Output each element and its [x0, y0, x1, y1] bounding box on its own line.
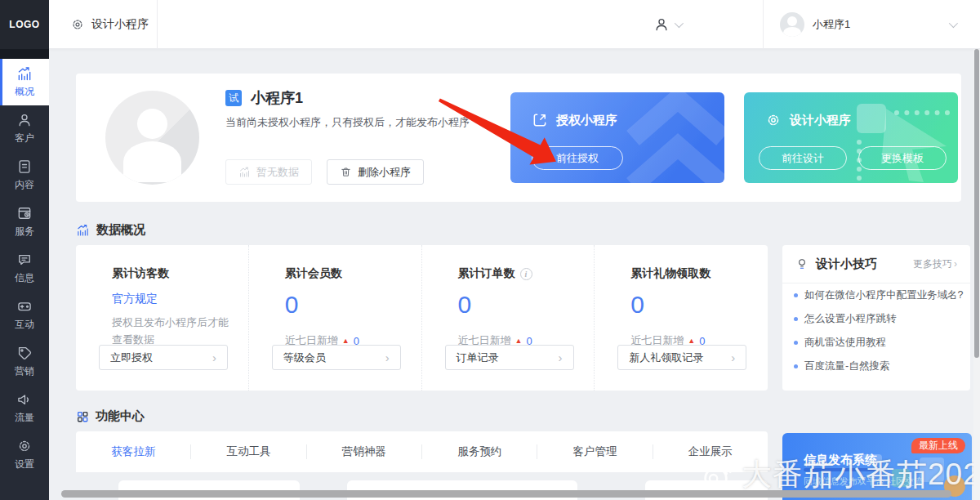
tab-acquire-customers[interactable]: 获客拉新	[76, 444, 191, 459]
banner-title: 信息发布系统	[804, 453, 877, 468]
banner-subtitle: 同城信息发布双平台 社区交流	[804, 475, 923, 488]
app-title-label: 设计小程序	[91, 17, 149, 32]
no-data-button[interactable]: 暂无数据	[225, 159, 312, 185]
miniapp-avatar	[105, 91, 199, 185]
triangle-up-icon: ▲	[515, 337, 523, 345]
order-records-button[interactable]: 订单记录 ›	[445, 345, 574, 370]
horizontal-scrollbar-thumb[interactable]	[61, 490, 951, 498]
chart-icon	[76, 223, 90, 237]
sidebar-label: 概况	[15, 85, 34, 99]
authorize-now-button[interactable]: 立即授权 ›	[99, 345, 228, 370]
go-authorize-button[interactable]: 前往授权	[532, 146, 623, 170]
chart-icon	[238, 166, 251, 178]
button-label: 新人礼领取记录	[629, 350, 703, 365]
newcomer-gift-records-button[interactable]: 新人礼领取记录 ›	[617, 345, 746, 370]
trash-icon	[340, 166, 352, 178]
sidebar-label: 内容	[15, 178, 34, 192]
chevron-right-icon: ›	[385, 350, 390, 364]
official-rules-link[interactable]: 官方规定	[112, 292, 248, 306]
stat-label: 累计会员数	[285, 266, 421, 281]
tab-service-booking[interactable]: 服务预约	[422, 444, 537, 459]
tab-marketing-tools[interactable]: 营销神器	[307, 444, 422, 459]
vertical-scrollbar-thumb[interactable]	[974, 49, 979, 358]
gear-icon	[765, 112, 782, 128]
tag-icon	[16, 345, 33, 361]
tip-link[interactable]: 商机雷达使用教程	[782, 331, 970, 355]
triangle-up-icon: ▲	[688, 337, 695, 345]
sidebar-item-overview[interactable]: 概况	[0, 59, 49, 105]
sidebar-item-content[interactable]: 内容	[0, 152, 49, 199]
tip-link[interactable]: 百度流量-自然搜索	[782, 355, 970, 378]
service-box-icon	[16, 205, 33, 221]
info-icon[interactable]: i	[520, 268, 532, 280]
stat-value: 0	[630, 292, 768, 317]
new-release-badge: 最新上线	[911, 438, 965, 453]
go-design-button[interactable]: 前往设计	[759, 146, 847, 170]
stat-orders: 累计订单数 i 0 近七日新增 ▲ 0 订单记录 ›	[422, 245, 595, 391]
gear-icon	[16, 438, 33, 454]
sidebar-gap	[0, 49, 49, 59]
authorize-miniapp-card[interactable]: 授权小程序 前往授权	[510, 92, 724, 183]
tab-interaction-tools[interactable]: 互动工具	[191, 444, 306, 459]
vertical-scrollbar[interactable]	[973, 49, 980, 500]
user-menu[interactable]	[653, 0, 681, 49]
chevron-down-icon	[949, 19, 958, 28]
authorize-title: 授权小程序	[556, 113, 617, 128]
cursor-decoration	[880, 107, 953, 183]
stats-card: 累计访客数 官方规定 授权且发布小程序后才能 查看数据 立即授权 › 累计会员数…	[76, 245, 768, 391]
gamepad-icon	[16, 298, 33, 315]
account-name: 小程序1	[813, 17, 850, 32]
tip-link[interactable]: 怎么设置小程序跳转	[782, 307, 970, 331]
delete-label: 删除小程序	[358, 165, 411, 180]
sidebar-item-traffic[interactable]: 流量	[0, 385, 49, 431]
tip-text: 商机雷达使用教程	[804, 336, 886, 350]
sidebar-item-customers[interactable]: 客户	[0, 105, 49, 152]
sidebar-item-settings[interactable]: 设置	[0, 431, 49, 478]
sidebar-label: 信息	[15, 271, 34, 285]
stat-label: 累计订单数	[458, 266, 515, 281]
section-title: 功能中心	[96, 408, 145, 424]
miniapp-overview-card: 试 小程序1 当前尚未授权小程序，只有授权后，才能发布小程序 暂无数据 删除小程…	[76, 74, 961, 202]
section-title: 数据概况	[96, 222, 145, 238]
stat-desc-line1: 授权且发布小程序后才能	[112, 316, 229, 328]
triangle-up-icon: ▲	[342, 337, 350, 345]
change-template-button[interactable]: 更换模板	[858, 146, 947, 170]
tip-text: 百度流量-自然搜索	[804, 359, 889, 373]
person-icon	[653, 16, 670, 33]
account-switcher[interactable]: 小程序1	[780, 0, 956, 49]
sidebar-item-services[interactable]: 服务	[0, 199, 49, 245]
sidebar-label: 流量	[15, 411, 34, 425]
feature-tabs-card: 获客拉新 互动工具 营销神器 服务预约 客户管理 企业展示	[76, 431, 768, 472]
stat-visitors: 累计访客数 官方规定 授权且发布小程序后才能 查看数据 立即授权 ›	[76, 245, 249, 391]
stat-label: 累计礼物领取数	[630, 266, 768, 281]
sidebar-label: 客户	[15, 132, 34, 145]
bullet-icon	[794, 317, 798, 321]
button-label: 立即授权	[110, 350, 153, 365]
miniapp-desc: 当前尚未授权小程序，只有授权后，才能发布小程序	[225, 115, 470, 130]
sidebar-label: 营销	[15, 364, 34, 378]
sidebar-item-messages[interactable]: 信息	[0, 245, 49, 292]
delete-miniapp-button[interactable]: 删除小程序	[327, 159, 424, 185]
stat-label: 累计访客数	[112, 266, 248, 281]
tab-customer-management[interactable]: 客户管理	[537, 444, 653, 459]
chart-icon	[16, 65, 33, 82]
sidebar-item-marketing[interactable]: 营销	[0, 338, 49, 385]
tip-link[interactable]: 如何在微信小程序中配置业务域名?	[782, 283, 970, 307]
miniapp-name: 小程序1	[251, 88, 303, 108]
button-label: 等级会员	[283, 350, 326, 365]
design-title: 设计小程序	[790, 113, 851, 128]
sidebar-item-interaction[interactable]: 互动	[0, 292, 49, 338]
design-miniapp-card[interactable]: 设计小程序 前往设计 更换模板	[744, 92, 958, 183]
megaphone-icon	[16, 391, 33, 408]
no-data-label: 暂无数据	[256, 165, 299, 180]
more-tips-link[interactable]: 更多技巧 ›	[913, 257, 957, 271]
chevrons-decoration	[625, 92, 724, 183]
person-icon	[16, 112, 33, 128]
stat-members: 累计会员数 0 近七日新增 ▲ 0 等级会员 ›	[249, 245, 422, 391]
tip-text: 如何在微信小程序中配置业务域名?	[804, 288, 963, 302]
tab-company-showcase[interactable]: 企业展示	[653, 444, 768, 459]
member-levels-button[interactable]: 等级会员 ›	[272, 345, 401, 370]
stat-gifts: 累计礼物领取数 0 近七日新增 ▲ 0 新人礼领取记录 ›	[595, 245, 768, 391]
chevron-right-icon: ›	[954, 258, 957, 270]
upload-icon	[532, 112, 548, 128]
